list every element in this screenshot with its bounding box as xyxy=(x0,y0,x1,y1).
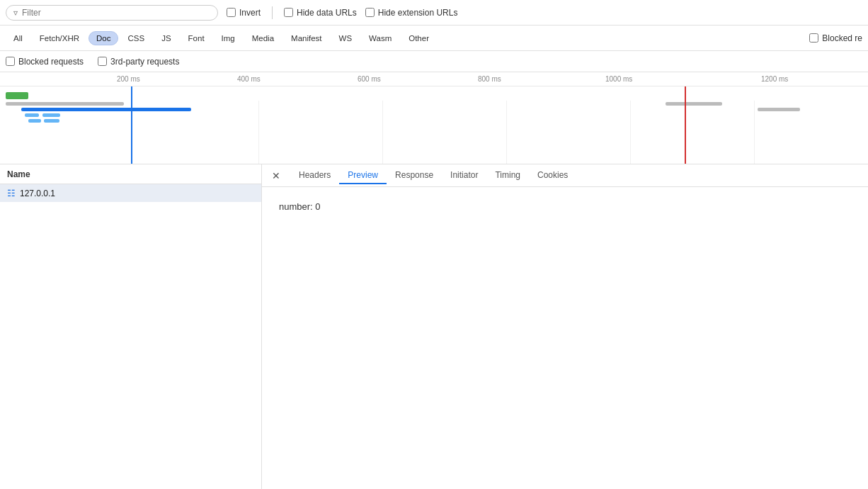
filter-tab-other[interactable]: Other xyxy=(401,31,437,45)
blocked-requests-label[interactable]: Blocked requests xyxy=(6,57,84,67)
invert-checkbox[interactable] xyxy=(227,8,236,17)
filter-icon: ▿ xyxy=(13,8,18,18)
timeline-ruler: 200 ms400 ms600 ms800 ms1000 ms1200 ms xyxy=(0,72,868,86)
waterfall-container xyxy=(0,86,868,164)
invert-checkbox-label[interactable]: Invert xyxy=(227,8,261,18)
close-detail-button[interactable]: ✕ xyxy=(268,167,285,184)
hide-data-urls-checkbox[interactable] xyxy=(284,8,293,17)
filter-tab-media[interactable]: Media xyxy=(244,31,282,45)
hide-data-urls-label[interactable]: Hide data URLs xyxy=(284,8,357,18)
preview-text: number: 0 xyxy=(279,201,321,212)
timeline-bar-5 xyxy=(28,119,41,123)
filter-tab-ws[interactable]: WS xyxy=(331,31,360,45)
blocked-requests-checkbox[interactable] xyxy=(6,57,15,66)
hide-data-urls-text: Hide data URLs xyxy=(297,8,357,18)
name-panel: Name ☷ 127.0.0.1 xyxy=(0,164,262,489)
timeline-area: 200 ms400 ms600 ms800 ms1000 ms1200 ms xyxy=(0,72,868,164)
third-party-label[interactable]: 3rd-party requests xyxy=(98,57,179,67)
detail-tab-cookies[interactable]: Cookies xyxy=(529,167,576,184)
name-column-header: Name xyxy=(0,164,261,184)
timeline-bar-3 xyxy=(25,113,39,117)
doc-icon: ☷ xyxy=(7,188,16,198)
filter-input-wrap: ▿ xyxy=(6,5,218,21)
timeline-bar-0 xyxy=(6,92,28,99)
ruler-label-2: 600 ms xyxy=(358,75,381,83)
ruler-label-5: 1200 ms xyxy=(761,75,788,83)
extra-filters-row: Blocked requests 3rd-party requests xyxy=(0,51,868,72)
filter-tab-js[interactable]: JS xyxy=(154,31,178,45)
filter-tabs-row: AllFetch/XHRDocCSSJSFontImgMediaManifest… xyxy=(0,26,868,51)
ruler-label-4: 1000 ms xyxy=(605,75,632,83)
blocked-re-text: Blocked re xyxy=(822,33,862,43)
filter-tab-img[interactable]: Img xyxy=(214,31,243,45)
blue-line xyxy=(131,86,132,164)
red-line xyxy=(685,86,686,164)
filter-tab-fetch-xhr[interactable]: Fetch/XHR xyxy=(32,31,87,45)
filter-tab-wasm[interactable]: Wasm xyxy=(361,31,399,45)
hide-extension-urls-checkbox[interactable] xyxy=(365,8,375,17)
tick-line-2 xyxy=(382,101,383,164)
filter-tab-manifest[interactable]: Manifest xyxy=(283,31,329,45)
third-party-text: 3rd-party requests xyxy=(110,57,179,67)
preview-content: number: 0 xyxy=(262,187,868,489)
timeline-bar-2 xyxy=(21,108,191,111)
invert-label: Invert xyxy=(239,8,261,18)
ruler-label-1: 400 ms xyxy=(237,75,261,83)
timeline-bar-6 xyxy=(44,119,59,123)
hide-extension-urls-label[interactable]: Hide extension URLs xyxy=(365,8,458,18)
tick-line-1 xyxy=(258,101,259,164)
detail-tab-timing[interactable]: Timing xyxy=(486,167,529,184)
blocked-re-label[interactable]: Blocked re xyxy=(809,33,862,43)
toolbar: ▿ Invert Hide data URLs Hide extension U… xyxy=(0,0,868,26)
tick-line-3 xyxy=(506,101,507,164)
split-bottom: Name ☷ 127.0.0.1 ✕ HeadersPreviewRespons… xyxy=(0,164,868,489)
blocked-re-checkbox[interactable] xyxy=(809,33,818,43)
filter-tab-doc[interactable]: Doc xyxy=(88,31,118,45)
detail-tabs-row: ✕ HeadersPreviewResponseInitiatorTimingC… xyxy=(262,164,868,187)
timeline-bar-7 xyxy=(81,102,124,106)
detail-tab-response[interactable]: Response xyxy=(387,167,442,184)
toolbar-divider xyxy=(272,6,273,19)
filter-tab-font[interactable]: Font xyxy=(181,31,212,45)
detail-tab-initiator[interactable]: Initiator xyxy=(442,167,486,184)
detail-tab-preview[interactable]: Preview xyxy=(339,167,387,184)
table-row[interactable]: ☷ 127.0.0.1 xyxy=(0,184,261,202)
timeline-bar-8 xyxy=(666,102,722,106)
filter-tab-css[interactable]: CSS xyxy=(120,31,152,45)
blocked-requests-text: Blocked requests xyxy=(18,57,84,67)
filter-tab-all[interactable]: All xyxy=(6,31,30,45)
timeline-bar-4 xyxy=(42,113,60,117)
hide-extension-urls-text: Hide extension URLs xyxy=(378,8,458,18)
tick-line-4 xyxy=(630,101,631,164)
detail-tab-headers[interactable]: Headers xyxy=(290,167,339,184)
filter-input[interactable] xyxy=(22,8,210,18)
detail-panel: ✕ HeadersPreviewResponseInitiatorTimingC… xyxy=(262,164,868,489)
row-name-text: 127.0.0.1 xyxy=(20,189,55,198)
ruler-label-3: 800 ms xyxy=(478,75,501,83)
tick-line-5 xyxy=(754,101,755,164)
timeline-bar-9 xyxy=(758,108,800,111)
ruler-label-0: 200 ms xyxy=(117,75,140,83)
third-party-checkbox[interactable] xyxy=(98,57,107,66)
